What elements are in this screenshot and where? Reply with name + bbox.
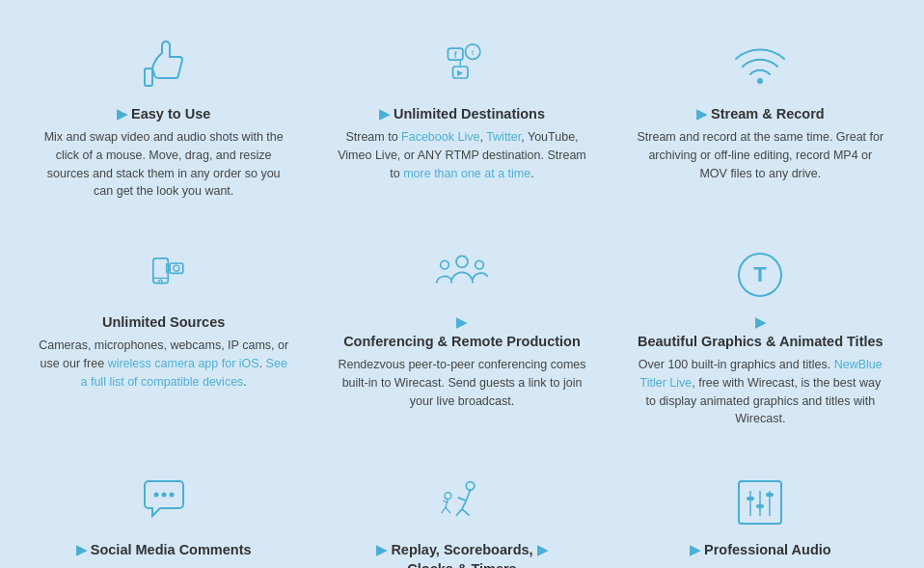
svg-text:t: t	[472, 48, 475, 57]
play-icon-6: ▶	[76, 542, 87, 557]
svg-point-11	[159, 280, 162, 283]
professional-audio-icon	[636, 469, 885, 536]
svg-line-24	[458, 498, 467, 500]
cell-easy-to-use: ▶ Easy to Use Mix and swap video and aud…	[19, 19, 308, 218]
svg-point-16	[476, 260, 484, 269]
svg-point-22	[466, 482, 475, 491]
svg-point-13	[174, 265, 179, 271]
stream-record-icon	[636, 33, 885, 100]
cell-conferencing: ▶ Conferencing & Remote Production Rende…	[317, 228, 606, 446]
svg-point-8	[757, 78, 763, 84]
easy-to-use-title: ▶ Easy to Use	[39, 106, 288, 122]
professional-audio-title: ▶ Professional Audio	[636, 542, 885, 557]
cell-graphics: T ▶ Beautiful Graphics & Animated Titles…	[616, 228, 905, 446]
svg-point-28	[445, 493, 451, 500]
svg-line-23	[466, 490, 470, 500]
cell-social-media: ▶ Social Media Comments Built in Twitter…	[19, 455, 308, 568]
more-than-one-link[interactable]: more than one at a time	[403, 167, 530, 180]
svg-rect-38	[756, 504, 764, 508]
stream-record-body: Stream and record at the same time. Grea…	[636, 128, 885, 182]
svg-line-26	[456, 509, 462, 516]
svg-point-15	[441, 260, 449, 269]
svg-point-21	[169, 493, 174, 498]
cell-unlimited-destinations: f t ▶ ▶ Unlimited Destinations Stream to…	[317, 19, 606, 218]
play-icon-8: ▶	[537, 542, 548, 557]
graphics-body: Over 100 built-in graphics and titles. N…	[636, 356, 885, 428]
unlimited-sources-title: Unlimited Sources	[39, 314, 288, 330]
play-icon-7: ▶	[376, 542, 387, 557]
play-icon-3: ▶	[696, 106, 707, 122]
svg-rect-37	[747, 497, 754, 500]
cell-professional-audio: ▶ Professional Audio Multi-channel audio…	[616, 455, 905, 568]
replay-title: ▶ Replay, Scoreboards, ▶ Clocks & Timers	[337, 542, 586, 568]
svg-line-27	[462, 509, 470, 516]
cell-stream-record: ▶ Stream & Record Stream and record at t…	[616, 19, 905, 218]
unlimited-sources-body: Cameras, microphones, webcams, IP cams, …	[39, 337, 288, 391]
replay-icon	[337, 469, 586, 536]
easy-to-use-body: Mix and swap video and audio shots with …	[39, 128, 288, 201]
play-icon: ▶	[117, 106, 127, 122]
cell-unlimited-sources: Unlimited Sources Cameras, microphones, …	[19, 228, 308, 446]
social-media-icon	[39, 469, 288, 536]
play-icon-5: ▶	[755, 314, 766, 330]
features-grid: ▶ Easy to Use Mix and swap video and aud…	[19, 19, 905, 568]
svg-line-25	[462, 500, 466, 509]
svg-point-19	[153, 493, 158, 498]
graphics-title: ▶ Beautiful Graphics & Animated Titles	[636, 314, 885, 349]
unlimited-sources-icon	[39, 241, 288, 309]
play-icon-4: ▶	[456, 314, 467, 330]
play-icon-2: ▶	[379, 106, 390, 122]
svg-text:▶: ▶	[457, 68, 464, 77]
play-icon-9: ▶	[690, 542, 700, 557]
unlimited-destinations-icon: f t ▶	[337, 33, 586, 100]
cell-replay: ▶ Replay, Scoreboards, ▶ Clocks & Timers…	[317, 455, 606, 568]
graphics-icon: T	[636, 241, 885, 309]
conferencing-title: ▶ Conferencing & Remote Production	[337, 314, 586, 349]
svg-line-30	[442, 507, 446, 513]
svg-rect-39	[766, 493, 774, 497]
svg-text:T: T	[754, 262, 768, 286]
unlimited-destinations-title: ▶ Unlimited Destinations	[337, 106, 586, 122]
svg-point-14	[456, 256, 468, 267]
facebook-live-link[interactable]: Facebook Live	[401, 130, 479, 144]
social-media-title: ▶ Social Media Comments	[39, 542, 288, 557]
svg-line-29	[446, 500, 448, 508]
easy-to-use-icon	[39, 33, 288, 100]
svg-point-20	[161, 493, 166, 498]
social-media-body: Built in Twitter comment curation and di…	[39, 564, 288, 568]
wireless-camera-link[interactable]: wireless camera app for iOS	[108, 357, 259, 370]
svg-text:f: f	[454, 50, 457, 60]
newblue-titler-link[interactable]: NewBlue Titler Live	[640, 358, 883, 390]
twitter-link[interactable]: Twitter	[486, 130, 521, 144]
stream-record-title: ▶ Stream & Record	[636, 106, 885, 122]
professional-audio-body: Multi-channel audio ingest, support for …	[636, 564, 885, 568]
conferencing-icon	[337, 241, 586, 309]
svg-line-31	[446, 507, 450, 513]
conferencing-body: Rendezvous peer-to-peer conferencing com…	[337, 356, 586, 410]
unlimited-destinations-body: Stream to Facebook Live, Twitter, YouTub…	[337, 128, 586, 182]
svg-rect-0	[145, 68, 152, 86]
